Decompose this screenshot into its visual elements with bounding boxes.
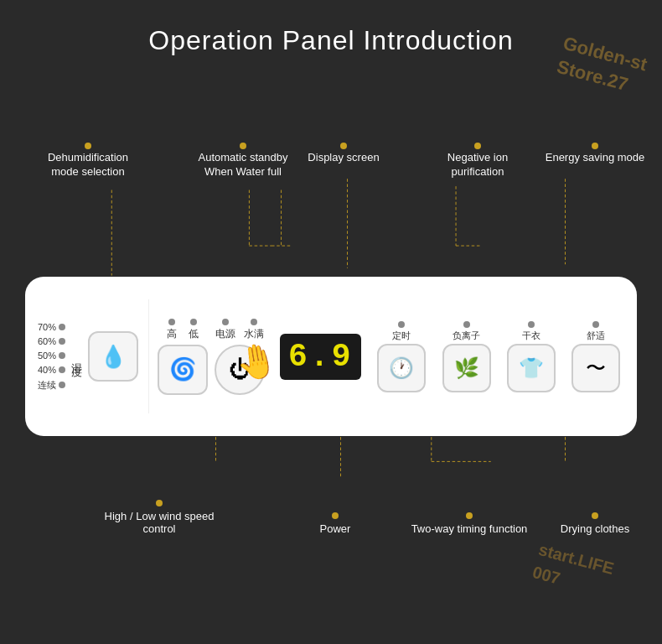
drying-group: 干衣 👕 [507,321,556,392]
wind-speed-button[interactable]: 🌀 [158,345,208,395]
level-50: 50% [38,351,65,361]
level-continuous: 连续 [38,379,65,392]
dot-energy-saving [592,143,598,149]
led-high [168,319,175,325]
dot-timing [466,512,473,519]
annotation-power-bottom: Power [302,512,369,535]
wind-low-group: 低 [189,319,199,341]
dot-wind-speed [156,500,163,506]
humidity-levels: 70% 60% 50% 40% 连续 [38,322,65,392]
led-continuous [59,382,65,388]
annotation-energy-saving: Energy saving mode [545,143,645,165]
dot-power-bottom [332,512,339,519]
negative-ion-button[interactable]: 🌿 [442,344,491,392]
annotation-negative-ion: Negative ionpurification [427,143,528,179]
timer-button[interactable]: 🕐 [377,344,426,392]
power-label-group: 电源 [215,319,235,341]
panel-area: Dehumidification mode selection Automati… [17,134,645,543]
page-title: Operation Panel Introduction [0,0,662,56]
annotation-dehumidification: Dehumidification mode selection [34,143,142,179]
dot-display [340,143,347,149]
power-button[interactable]: ⏻ [215,345,265,395]
dot-auto-standby [240,143,246,149]
led-70 [59,324,65,330]
led-60 [59,338,65,345]
dot-drying-bottom [592,512,598,519]
drying-button[interactable]: 👕 [507,344,556,392]
water-full-group: 水满 [244,319,264,341]
wind-speed-section: 高 低 🌀 [158,319,208,395]
comfort-button[interactable]: 〜 [571,344,620,392]
level-60: 60% [38,336,65,346]
comfort-group: 舒适 〜 [571,321,620,392]
power-labels: 电源 水满 [215,319,264,341]
led-comfort [592,321,599,328]
annotation-display: Display screen [302,143,385,165]
humidity-label: 湿度 [69,355,84,358]
level-40: 40% [38,365,65,375]
humidity-mode-button[interactable]: 💧 [88,331,138,382]
dot-dehumidification [85,143,91,149]
annotation-auto-standby: Automatic standbyWhen Water full [189,143,297,179]
right-buttons-section: 定时 🕐 负离子 🌿 干衣 [373,321,624,392]
led-low [190,319,197,325]
timer-group: 定时 🕐 [377,321,426,392]
led-drying [528,321,535,328]
wind-labels: 高 低 [167,319,199,341]
divider-1 [148,299,149,413]
led-neg-ion [463,321,470,328]
segment-display: 6.9 [280,334,361,380]
power-section: 电源 水满 ⏻ 🤚 [215,319,265,395]
dot-negative-ion [474,143,481,149]
humidity-section: 70% 60% 50% 40% 连续 湿度 [38,322,138,392]
led-40 [59,366,65,373]
led-50 [59,352,65,359]
annotation-drying-bottom: Drying clothes [549,512,641,535]
display-section: 6.9 [280,334,361,380]
negative-ion-group: 负离子 🌿 [442,321,491,392]
led-water [251,319,257,325]
wind-high-group: 高 [167,319,177,341]
annotation-timing: Two-way timing function [402,512,536,535]
led-timer [398,321,405,328]
level-70: 70% [38,322,65,332]
led-power [222,319,229,325]
watermark-2: start.LIFE007 [530,538,617,603]
annotation-wind-speed: High / Low wind speedcontrol [101,500,218,535]
page-background: Operation Panel Introduction Golden-stSt… [0,0,662,644]
operation-panel: 70% 60% 50% 40% 连续 湿度 [25,277,637,436]
